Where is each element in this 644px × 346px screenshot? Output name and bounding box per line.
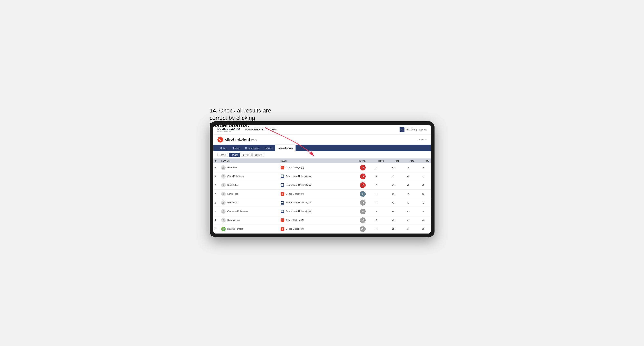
filter-strokes-button[interactable]: Strokes <box>252 153 264 157</box>
tab-course-setup[interactable]: Course Setup <box>242 145 262 151</box>
player-name: David Ford <box>228 192 238 195</box>
score-badge: -8 <box>360 165 366 171</box>
team-logo-clippd: C <box>280 227 284 231</box>
cell-player: Elliot Ebert <box>220 163 279 172</box>
table-header-row: # PLAYER TEAM TOTAL THRU RD1 RD2 RD3 <box>213 159 431 163</box>
sign-out-link[interactable]: Sign out <box>418 128 426 131</box>
filter-players-button[interactable]: Players <box>229 153 240 157</box>
player-name: Elliot Ebert <box>228 166 238 169</box>
tab-results[interactable]: Results <box>262 145 275 151</box>
cell-rd2: +7 <box>400 224 416 233</box>
cell-team: Scoreboard University [A] <box>279 172 347 181</box>
svg-point-23 <box>223 219 224 220</box>
cancel-label: Cancel <box>417 138 424 141</box>
player-name: Marcus Turners <box>228 227 243 230</box>
team-logo-univ <box>280 201 284 204</box>
col-rank: # <box>213 159 220 163</box>
col-rd3: RD3 <box>416 159 431 163</box>
instruction-text: 14. Check all results are correct by cli… <box>210 107 275 129</box>
cell-total: +1 <box>347 198 367 207</box>
player-avatar <box>221 209 226 214</box>
player-avatar <box>221 218 226 222</box>
player-avatar-photo <box>221 227 226 231</box>
team-logo-clippd: C <box>280 166 284 170</box>
svg-rect-19 <box>282 211 282 212</box>
cell-total: +11 <box>347 224 367 233</box>
team-logo-clippd: C <box>280 192 284 196</box>
instruction-main: 14. Check all results are correct by cli… <box>210 107 271 121</box>
close-icon: ✕ <box>425 138 427 141</box>
cell-rd2: +2 <box>400 207 416 216</box>
team-logo-univ <box>280 183 284 187</box>
cell-player: Rees Britt <box>220 198 279 207</box>
team-name: Scoreboard University [A] <box>286 210 312 212</box>
cancel-button[interactable]: Cancel ✕ <box>417 138 426 141</box>
player-name: Rich Butler <box>228 183 238 186</box>
svg-rect-4 <box>282 176 283 177</box>
svg-point-24 <box>223 228 224 229</box>
tab-leaderboards[interactable]: Leaderboards <box>275 145 296 151</box>
cell-thru: F <box>367 216 386 224</box>
score-badge: +6 <box>360 209 366 214</box>
header-right: TU Test User | Sign out <box>400 127 427 132</box>
score-badge: E <box>360 191 366 197</box>
svg-point-7 <box>223 184 224 185</box>
team-logo-clippd: C <box>280 218 284 222</box>
cell-rank: 4 <box>213 189 220 198</box>
table-row: 6 Cameron Robertson Scoreboard Universit… <box>213 207 431 216</box>
svg-point-1 <box>223 166 224 168</box>
cell-rd2: -6 <box>400 163 416 172</box>
cell-rd2: -2 <box>400 181 416 189</box>
table-row: 2 Chris Robertson Scoreboard University … <box>213 172 431 181</box>
svg-rect-5 <box>283 176 284 177</box>
cell-team: Scoreboard University [A] <box>279 198 347 207</box>
filter-teams-button[interactable]: Teams <box>218 153 228 157</box>
cell-rd2: -4 <box>400 189 416 198</box>
cell-rd3: +3 <box>416 189 431 198</box>
table-row: 1 Elliot Ebert C Clippd College [A] -8 F… <box>213 163 431 172</box>
tablet-frame: SCOREBOARD Powered by clippd TOURNAMENTS… <box>210 121 434 237</box>
team-name: Scoreboard University [A] <box>286 201 312 203</box>
filter-scores-button[interactable]: Scores <box>241 153 252 157</box>
instruction-bold: Leaderboards. <box>210 122 249 128</box>
player-name: Chris Robertson <box>228 175 244 177</box>
tournament-logo: C <box>218 137 223 143</box>
svg-point-18 <box>223 210 224 211</box>
cell-team: C Clippd College [A] <box>279 163 347 172</box>
cell-rank: 8 <box>213 224 220 233</box>
cell-rank: 1 <box>213 163 220 172</box>
cell-thru: F <box>367 163 386 172</box>
svg-rect-10 <box>283 184 284 186</box>
player-name: Cameron Robertson <box>228 210 248 212</box>
col-total: TOTAL <box>347 159 367 163</box>
cell-total: E <box>347 189 367 198</box>
cell-team: Scoreboard University [A] <box>279 207 347 216</box>
col-team: TEAM <box>279 159 347 163</box>
tablet-screen: SCOREBOARD Powered by clippd TOURNAMENTS… <box>213 125 431 233</box>
cell-team: C Clippd College [A] <box>279 224 347 233</box>
team-name: Clippd College [A] <box>286 192 304 195</box>
svg-rect-20 <box>282 211 283 212</box>
svg-rect-11 <box>282 184 284 184</box>
page-wrapper: 14. Check all results are correct by cli… <box>210 109 434 237</box>
cell-team: C Clippd College [A] <box>279 189 347 198</box>
cell-rd1: +5 <box>386 207 401 216</box>
team-logo-univ <box>280 210 284 213</box>
cell-player: Chris Robertson <box>220 172 279 181</box>
cell-thru: F <box>367 181 386 189</box>
cell-rd3: E <box>416 198 431 207</box>
user-avatar: TU <box>400 127 404 132</box>
col-rd2: RD2 <box>400 159 416 163</box>
leaderboard-table: # PLAYER TEAM TOTAL THRU RD1 RD2 RD3 1 E… <box>213 159 431 233</box>
user-initials: TU <box>401 129 403 131</box>
cell-rd2: +1 <box>400 216 416 224</box>
player-avatar <box>221 183 226 187</box>
svg-rect-3 <box>282 176 282 177</box>
cell-rd1: +1 <box>386 181 401 189</box>
cell-rd1: -5 <box>386 172 401 181</box>
tab-details[interactable]: Details <box>218 145 230 151</box>
cell-thru: F <box>367 198 386 207</box>
team-name: Scoreboard University [A] <box>286 175 312 177</box>
svg-rect-16 <box>283 202 284 203</box>
tab-teams[interactable]: Teams <box>230 145 242 151</box>
